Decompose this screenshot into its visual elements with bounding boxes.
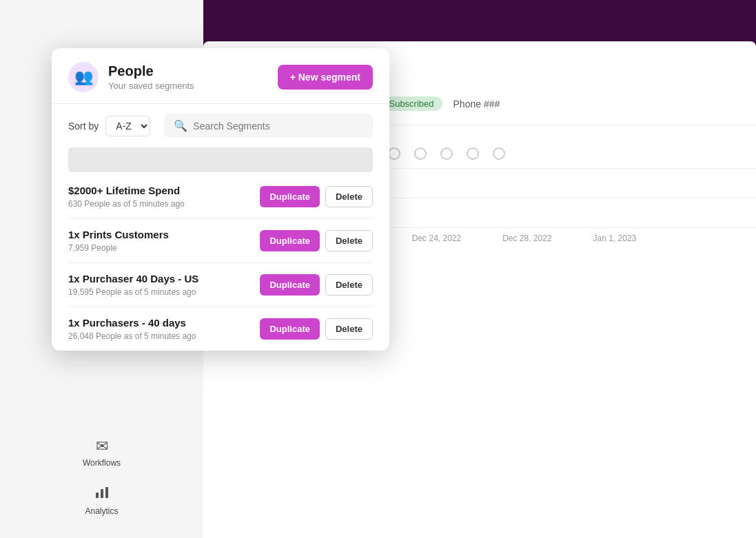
segment-item: 1x Purchasers - 40 days 26,048 People as… <box>68 307 373 351</box>
duplicate-button[interactable]: Duplicate <box>260 186 320 207</box>
date-label: Dec 28, 2022 <box>502 234 551 243</box>
delete-button[interactable]: Delete <box>325 186 373 207</box>
delete-button[interactable]: Delete <box>325 318 373 340</box>
segment-name: 1x Prints Customers <box>68 229 260 240</box>
active-segment-bar[interactable] <box>68 147 373 172</box>
sort-select[interactable]: A-Z Z-A <box>105 116 150 136</box>
controls-row: Sort by A-Z Z-A 🔍 <box>52 104 389 147</box>
svg-rect-2 <box>105 487 108 498</box>
status-badge: Subscribed <box>380 96 442 111</box>
segment-count: 26,048 People as of 5 minutes ago <box>68 331 260 341</box>
workflows-icon: ✉ <box>96 437 108 455</box>
segment-info: 1x Purchaser 40 Days - US 19,595 People … <box>68 273 260 297</box>
sidebar-item-analytics[interactable]: Analytics <box>71 476 132 524</box>
segment-count: 19,595 People as of 5 minutes ago <box>68 287 260 297</box>
dot-gray <box>467 147 479 160</box>
phone-label: Phone ### <box>453 99 500 110</box>
people-panel: 👥 People Your saved segments + New segme… <box>52 48 389 351</box>
segment-info: $2000+ Lifetime Spend 630 People as of 5… <box>68 185 260 209</box>
dot-gray <box>493 147 505 160</box>
new-segment-button[interactable]: + New segment <box>278 65 373 90</box>
segment-name: 1x Purchasers - 40 days <box>68 317 260 329</box>
duplicate-button[interactable]: Duplicate <box>260 274 320 296</box>
sidebar-item-label: Workflows <box>83 458 121 468</box>
segment-item: 1x Prints Customers 7,959 People Duplica… <box>68 219 373 263</box>
segment-count: 7,959 People <box>68 243 260 253</box>
search-group: 🔍 <box>164 114 373 138</box>
segment-actions: Duplicate Delete <box>260 274 373 296</box>
segment-item: 1x Purchaser 40 Days - US 19,595 People … <box>68 263 373 307</box>
duplicate-button[interactable]: Duplicate <box>260 230 320 251</box>
date-label: Jan 1, 2023 <box>593 234 637 243</box>
segment-item: $2000+ Lifetime Spend 630 People as of 5… <box>68 175 373 219</box>
panel-title: People <box>108 63 194 79</box>
segment-actions: Duplicate Delete <box>260 318 373 340</box>
people-avatar: 👥 <box>68 62 99 92</box>
date-label: Dec 24, 2022 <box>412 234 461 243</box>
sort-group: Sort by A-Z Z-A <box>68 116 150 136</box>
dot-gray <box>414 147 427 160</box>
segment-name: $2000+ Lifetime Spend <box>68 185 260 196</box>
search-input[interactable] <box>193 121 363 132</box>
dot-gray <box>440 147 453 160</box>
sidebar-item-workflows[interactable]: ✉ Workflows <box>69 429 134 476</box>
segment-info: 1x Purchasers - 40 days 26,048 People as… <box>68 317 260 341</box>
delete-button[interactable]: Delete <box>325 230 373 251</box>
svg-rect-0 <box>96 493 99 498</box>
segment-name: 1x Purchaser 40 Days - US <box>68 273 260 284</box>
duplicate-button[interactable]: Duplicate <box>260 318 320 340</box>
panel-subtitle: Your saved segments <box>108 81 194 91</box>
search-icon: 🔍 <box>174 119 187 132</box>
panel-titles: People Your saved segments <box>108 63 194 91</box>
segment-info: 1x Prints Customers 7,959 People <box>68 229 260 253</box>
segment-list: $2000+ Lifetime Spend 630 People as of 5… <box>52 175 389 351</box>
delete-button[interactable]: Delete <box>325 274 373 296</box>
sort-label: Sort by <box>68 121 99 132</box>
panel-title-group: 👥 People Your saved segments <box>68 62 194 92</box>
analytics-icon <box>94 484 110 504</box>
sidebar-item-label: Analytics <box>85 506 118 516</box>
panel-header: 👥 People Your saved segments + New segme… <box>52 48 389 104</box>
svg-rect-1 <box>101 489 103 498</box>
segment-actions: Duplicate Delete <box>260 230 373 251</box>
dot-gray <box>388 147 400 160</box>
segment-actions: Duplicate Delete <box>260 186 373 207</box>
avatar-emoji: 👥 <box>74 68 93 86</box>
segment-count: 630 People as of 5 minutes ago <box>68 199 260 209</box>
